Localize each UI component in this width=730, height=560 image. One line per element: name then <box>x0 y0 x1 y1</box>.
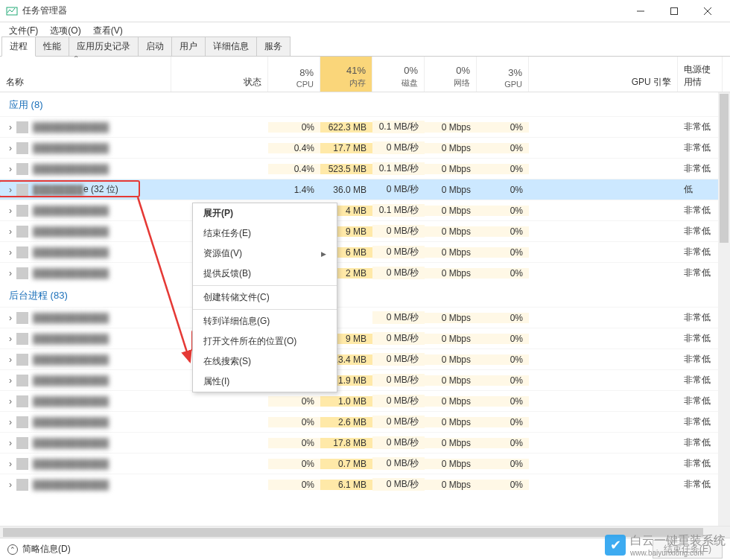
context-menu-item[interactable]: 结束任务(E) <box>193 223 337 244</box>
context-menu-item[interactable]: 在线搜索(S) <box>193 351 337 372</box>
process-icon <box>16 142 28 154</box>
process-icon <box>16 184 28 196</box>
context-menu-item[interactable]: 展开(P) <box>193 203 337 223</box>
table-row[interactable]: ›████████████9 MB0 MB/秒0 Mbps0%非常低 <box>0 328 730 349</box>
table-row[interactable]: ›████████████2 MB0 MB/秒0 Mbps0%非常低 <box>0 262 730 283</box>
svg-rect-2 <box>670 7 677 14</box>
table-row[interactable]: ›████████████6 MB0 MB/秒0 Mbps0%非常低 <box>0 241 730 262</box>
watermark-logo-icon: ✔ <box>605 535 626 556</box>
col-memory[interactable]: 41%内存 <box>320 57 372 92</box>
process-icon <box>16 479 28 491</box>
submenu-arrow-icon: ▶ <box>321 250 326 258</box>
process-icon <box>16 333 28 345</box>
expand-chevron-icon[interactable]: › <box>6 206 15 216</box>
col-name[interactable]: ⌃ 名称 <box>0 57 171 92</box>
close-button[interactable] <box>691 0 724 22</box>
expand-chevron-icon[interactable]: › <box>6 122 15 133</box>
process-icon <box>16 267 28 279</box>
process-icon <box>16 226 28 238</box>
process-icon <box>16 121 28 133</box>
table-row[interactable]: ›████████████0%17.8 MB0 MB/秒0 Mbps0%非常低 <box>0 432 730 453</box>
fewer-details-button[interactable]: ⌃ 简略信息(D) <box>7 543 71 556</box>
expand-chevron-icon[interactable]: › <box>6 247 15 258</box>
tab-6[interactable]: 服务 <box>256 36 291 56</box>
col-network[interactable]: 0%网络 <box>425 57 477 92</box>
process-icon <box>16 163 28 175</box>
scroll-thumb[interactable] <box>720 94 729 243</box>
table-row[interactable]: ›████████████9 MB0 MB/秒0 Mbps0%非常低 <box>0 220 730 241</box>
tab-2[interactable]: 应用历史记录 <box>69 36 139 56</box>
table-row[interactable]: ›████████████0%1.0 MB0 MB/秒0 Mbps0%非常低 <box>0 390 730 411</box>
group-background: 后台进程 (83) <box>0 283 730 307</box>
process-icon <box>16 205 28 217</box>
expand-chevron-icon[interactable]: › <box>6 226 15 237</box>
expand-chevron-icon[interactable]: › <box>6 438 15 448</box>
expand-chevron-icon[interactable]: › <box>6 396 15 407</box>
table-row[interactable]: ›████████████0%6.1 MB0 MB/秒0 Mbps0%非常低 <box>0 474 730 494</box>
titlebar: 任务管理器 <box>0 0 730 22</box>
process-icon <box>16 375 28 386</box>
expand-chevron-icon[interactable]: › <box>6 185 15 195</box>
expand-chevron-icon[interactable]: › <box>6 480 15 490</box>
expand-chevron-icon[interactable]: › <box>6 459 15 469</box>
vertical-scrollbar[interactable] <box>718 92 730 526</box>
tab-0[interactable]: 进程 <box>1 36 36 57</box>
expand-chevron-icon[interactable]: › <box>6 375 15 386</box>
context-menu: 展开(P)结束任务(E)资源值(V)▶提供反馈(B)创建转储文件(C)转到详细信… <box>192 203 337 392</box>
table-row[interactable]: ›████████████0%0.7 MB0 MB/秒0 Mbps0%非常低 <box>0 453 730 474</box>
expand-chevron-icon[interactable]: › <box>6 164 15 174</box>
process-icon <box>16 416 28 428</box>
table-row[interactable]: ›████████████0.4%523.5 MB0.1 MB/秒0 Mbps0… <box>0 158 730 179</box>
context-menu-item[interactable]: 创建转储文件(C) <box>193 287 337 308</box>
table-header: ⌃ 名称 状态 8%CPU 41%内存 0%磁盘 0%网络 3%GPU GPU … <box>0 57 730 92</box>
process-icon <box>16 458 28 470</box>
table-row[interactable]: ›████████████0%1.9 MB0 MB/秒0 Mbps0%非常低 <box>0 369 730 390</box>
watermark: ✔ 白云一键重装系统 www.baiyunxiong.com <box>605 533 726 557</box>
process-icon <box>16 354 28 366</box>
col-power[interactable]: 电源使用情 <box>678 57 723 92</box>
hscroll-thumb[interactable] <box>3 528 703 537</box>
process-icon <box>16 437 28 449</box>
process-icon <box>16 312 28 324</box>
context-menu-item[interactable]: 转到详细信息(G) <box>193 311 337 331</box>
col-disk[interactable]: 0%磁盘 <box>372 57 425 92</box>
chevron-up-icon: ⌃ <box>7 544 18 555</box>
process-icon <box>16 246 28 258</box>
tab-4[interactable]: 用户 <box>171 36 206 56</box>
expand-chevron-icon[interactable]: › <box>6 313 15 323</box>
context-menu-item[interactable]: 打开文件所在的位置(O) <box>193 331 337 351</box>
table-row[interactable]: ›████████e (32 位)1.4%36.0 MB0 MB/秒0 Mbps… <box>0 179 730 200</box>
table-row[interactable]: ›████████████0.4%17.7 MB0 MB/秒0 Mbps0%非常… <box>0 137 730 158</box>
tab-3[interactable]: 启动 <box>138 36 172 56</box>
app-icon <box>6 5 18 17</box>
expand-chevron-icon[interactable]: › <box>6 417 15 427</box>
col-gpu-engine[interactable]: GPU 引擎 <box>529 57 678 92</box>
table-row[interactable]: ›████████████4 MB0.1 MB/秒0 Mbps0%非常低 <box>0 200 730 220</box>
window-title: 任务管理器 <box>22 4 623 17</box>
context-menu-item[interactable]: 属性(I) <box>193 372 337 392</box>
table-row[interactable]: ›████████████0%13.4 MB0 MB/秒0 Mbps0%非常低 <box>0 349 730 369</box>
expand-chevron-icon[interactable]: › <box>6 334 15 344</box>
tab-5[interactable]: 详细信息 <box>205 36 257 56</box>
group-apps: 应用 (8) <box>0 92 730 116</box>
col-cpu[interactable]: 8%CPU <box>268 57 320 92</box>
col-gpu[interactable]: 3%GPU <box>477 57 529 92</box>
maximize-button[interactable] <box>657 0 691 22</box>
tab-strip: 进程性能应用历史记录启动用户详细信息服务 <box>0 39 730 57</box>
col-status[interactable]: 状态 <box>171 57 268 92</box>
process-list[interactable]: 应用 (8)›████████████0%622.3 MB0.1 MB/秒0 M… <box>0 92 730 526</box>
table-row[interactable]: ›████████████0 MB/秒0 Mbps0%非常低 <box>0 307 730 328</box>
process-icon <box>16 395 28 407</box>
table-row[interactable]: ›████████████0%2.6 MB0 MB/秒0 Mbps0%非常低 <box>0 411 730 432</box>
expand-chevron-icon[interactable]: › <box>6 268 15 279</box>
minimize-button[interactable] <box>623 0 657 22</box>
expand-chevron-icon[interactable]: › <box>6 354 15 365</box>
context-menu-item[interactable]: 资源值(V)▶ <box>193 244 337 264</box>
table-row[interactable]: ›████████████0%622.3 MB0.1 MB/秒0 Mbps0%非… <box>0 116 730 137</box>
context-menu-item[interactable]: 提供反馈(B) <box>193 264 337 284</box>
tab-1[interactable]: 性能 <box>35 36 69 56</box>
expand-chevron-icon[interactable]: › <box>6 143 15 153</box>
